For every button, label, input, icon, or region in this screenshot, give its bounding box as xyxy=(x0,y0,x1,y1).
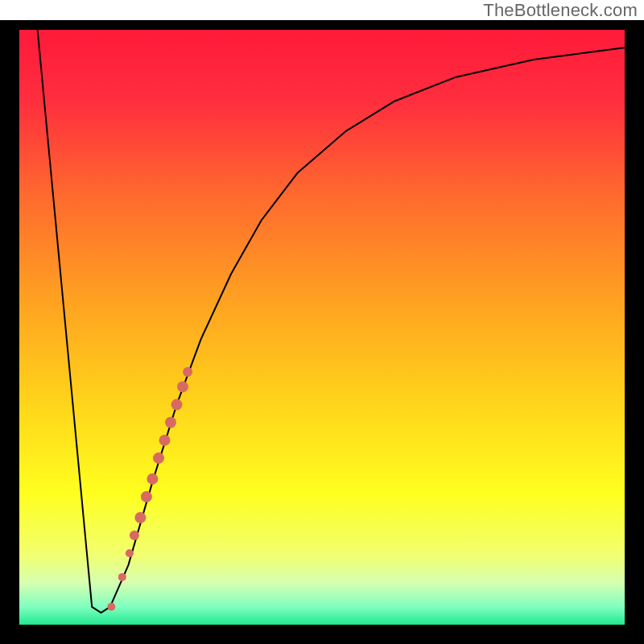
highlight-dot xyxy=(147,473,158,485)
plot-area xyxy=(0,20,644,644)
highlight-dot xyxy=(118,573,126,581)
highlight-dot xyxy=(183,367,192,377)
gradient-background xyxy=(19,30,625,625)
highlight-dot xyxy=(126,549,134,557)
highlight-dot xyxy=(153,452,164,464)
highlight-dot xyxy=(171,399,183,411)
highlight-dot xyxy=(141,491,152,502)
highlight-dot xyxy=(107,603,115,611)
highlight-dot xyxy=(159,435,171,446)
highlight-dot xyxy=(177,381,188,392)
bottleneck-chart xyxy=(0,0,644,644)
highlight-dot xyxy=(134,512,146,523)
highlight-dot xyxy=(130,530,139,540)
chart-container: TheBottleneck.com xyxy=(0,0,644,644)
highlight-dot xyxy=(165,417,176,428)
watermark-text: TheBottleneck.com xyxy=(483,0,638,21)
